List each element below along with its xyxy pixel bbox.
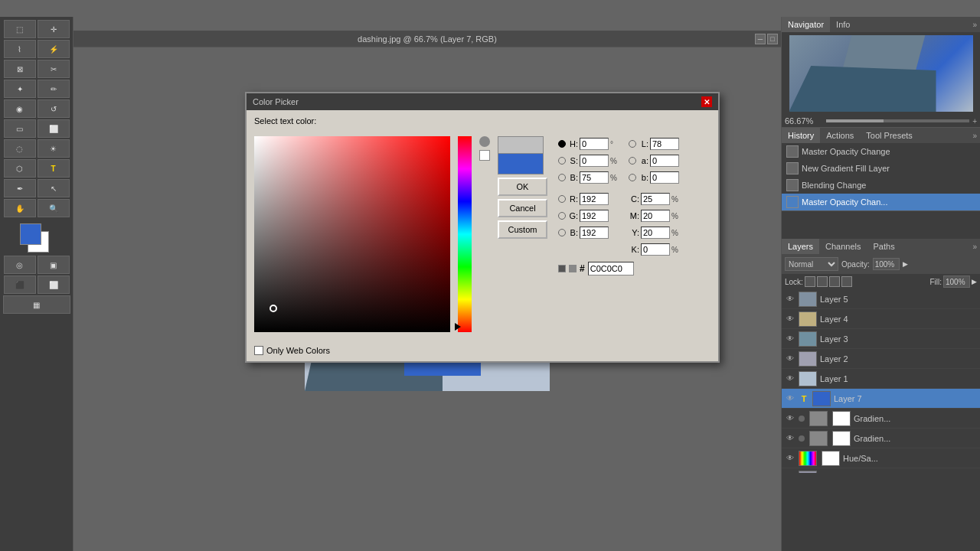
k-input[interactable] xyxy=(641,243,670,256)
tool-marquee[interactable]: ⬚ xyxy=(4,20,36,38)
tool-brush[interactable]: ✏ xyxy=(38,80,70,98)
blue-input[interactable] xyxy=(580,227,609,239)
tool-zoom[interactable]: 🔍 xyxy=(38,199,70,217)
tool-view2[interactable]: ⬜ xyxy=(38,276,70,294)
tool-view1[interactable]: ⬛ xyxy=(4,276,36,294)
history-item-0[interactable]: Master Opacity Change xyxy=(782,143,980,160)
a-radio[interactable] xyxy=(629,157,636,165)
layer-eye-4[interactable]: 👁 xyxy=(785,314,795,324)
tool-direct[interactable]: ↖ xyxy=(38,179,70,197)
l-radio[interactable] xyxy=(629,140,636,148)
tool-hand[interactable]: ✋ xyxy=(4,199,36,217)
tab-history[interactable]: History xyxy=(782,128,820,143)
tab-layers[interactable]: Layers xyxy=(782,239,819,254)
m-input[interactable] xyxy=(641,210,670,222)
y-input[interactable] xyxy=(641,227,670,239)
layer-eye-7[interactable]: 👁 xyxy=(785,393,795,404)
layer-eye-1[interactable]: 👁 xyxy=(785,373,795,384)
sat-radio[interactable] xyxy=(558,157,566,165)
layer-item-6[interactable]: 👁 Layer 6 xyxy=(782,468,980,473)
layer-eye-6[interactable]: 👁 xyxy=(785,473,795,474)
custom-button[interactable]: Custom xyxy=(498,220,547,239)
tool-magic[interactable]: ⚡ xyxy=(38,40,70,58)
tab-channels[interactable]: Channels xyxy=(819,239,867,254)
brightness-radio[interactable] xyxy=(558,174,566,181)
tool-heal[interactable]: ✦ xyxy=(4,80,36,98)
history-item-2[interactable]: Blending Change xyxy=(782,177,980,194)
color-gradient-picker[interactable] xyxy=(254,136,450,332)
tab-tool-presets[interactable]: Tool Presets xyxy=(860,128,919,143)
layer-eye-5[interactable]: 👁 xyxy=(785,294,795,305)
lock-image-icon[interactable] xyxy=(817,276,828,287)
tool-dodge[interactable]: ☀ xyxy=(38,139,70,158)
layers-expand[interactable]: » xyxy=(901,239,980,254)
tab-paths[interactable]: Paths xyxy=(867,239,901,254)
tool-slice[interactable]: ✂ xyxy=(38,60,70,78)
layer-eye-2[interactable]: 👁 xyxy=(785,354,795,364)
g-radio[interactable] xyxy=(558,212,566,220)
tool-text[interactable]: T xyxy=(38,159,70,178)
layer-item-4[interactable]: 👁 Layer 4 xyxy=(782,309,980,329)
layer-item-grad1[interactable]: 👁 Gradien... xyxy=(782,409,980,429)
dialog-close-button[interactable]: ✕ xyxy=(701,96,712,107)
layer-eye-hue[interactable]: 👁 xyxy=(785,453,795,464)
lock-position-icon[interactable] xyxy=(829,276,840,287)
a-input[interactable] xyxy=(650,155,679,167)
tool-screen2[interactable]: ▦ xyxy=(3,295,70,314)
layer-item-7[interactable]: 👁 T Layer 7 xyxy=(782,389,980,409)
brightness-input[interactable] xyxy=(580,171,609,184)
tool-history-brush[interactable]: ↺ xyxy=(38,99,70,118)
layer-item-grad2[interactable]: 👁 Gradien... xyxy=(782,429,980,448)
fg-color-swatch[interactable] xyxy=(20,223,41,245)
layer-item-3[interactable]: 👁 Layer 3 xyxy=(782,329,980,349)
cancel-button[interactable]: Cancel xyxy=(498,199,547,217)
ok-button[interactable]: OK xyxy=(498,178,547,196)
fill-input[interactable] xyxy=(943,276,970,288)
sat-input[interactable] xyxy=(580,155,609,167)
tool-stamp[interactable]: ◉ xyxy=(4,99,36,118)
color-warning-icon[interactable] xyxy=(479,136,490,147)
layer-eye-3[interactable]: 👁 xyxy=(785,334,795,344)
b3-radio[interactable] xyxy=(629,174,636,181)
tool-pen[interactable]: ✒ xyxy=(4,179,36,197)
tool-lasso[interactable]: ⌇ xyxy=(4,40,36,58)
layer-item-5[interactable]: 👁 Layer 5 xyxy=(782,289,980,309)
tool-eraser[interactable]: ▭ xyxy=(4,119,36,138)
tool-screen[interactable]: ▣ xyxy=(38,256,70,274)
history-expand[interactable]: » xyxy=(919,128,980,143)
tool-blur[interactable]: ◌ xyxy=(4,139,36,158)
b3-input[interactable] xyxy=(650,171,679,184)
r-input[interactable] xyxy=(580,193,609,205)
layer-eye-grad1[interactable]: 👁 xyxy=(785,413,795,424)
hue-radio[interactable] xyxy=(558,140,566,148)
tab-actions[interactable]: Actions xyxy=(820,128,860,143)
tool-quick-mask[interactable]: ◎ xyxy=(4,256,36,274)
history-item-1[interactable]: New Gradient Fill Layer xyxy=(782,160,980,177)
hue-input[interactable] xyxy=(580,138,609,150)
window-restore[interactable]: □ xyxy=(767,34,778,44)
color-web-safe-icon[interactable] xyxy=(479,150,490,161)
g-input[interactable] xyxy=(580,210,609,222)
tab-info[interactable]: Info xyxy=(830,17,856,32)
layer-item-hue[interactable]: 👁 Hue/Sa... xyxy=(782,448,980,468)
layer-item-1[interactable]: 👁 Layer 1 xyxy=(782,369,980,389)
panel-expand[interactable]: » xyxy=(856,17,980,32)
hue-spectrum-bar[interactable] xyxy=(458,136,472,332)
lock-transparent-icon[interactable] xyxy=(805,276,815,287)
lock-all-icon[interactable] xyxy=(841,276,852,287)
layer-eye-grad2[interactable]: 👁 xyxy=(785,433,795,444)
blue-radio[interactable] xyxy=(558,229,566,236)
opacity-input[interactable] xyxy=(873,258,900,270)
tool-move[interactable]: ✛ xyxy=(38,20,70,38)
zoom-slider[interactable] xyxy=(826,119,969,122)
web-colors-checkbox[interactable] xyxy=(254,346,263,355)
r-radio[interactable] xyxy=(558,195,566,203)
tool-path[interactable]: ⬡ xyxy=(4,159,36,178)
l-input[interactable] xyxy=(650,138,679,150)
hex-input[interactable] xyxy=(588,262,634,276)
tab-navigator[interactable]: Navigator xyxy=(782,17,830,32)
tool-paint[interactable]: ⬜ xyxy=(38,119,70,138)
tool-crop[interactable]: ⊠ xyxy=(4,60,36,78)
window-minimize[interactable]: ─ xyxy=(755,34,766,44)
layer-item-2[interactable]: 👁 Layer 2 xyxy=(782,349,980,369)
